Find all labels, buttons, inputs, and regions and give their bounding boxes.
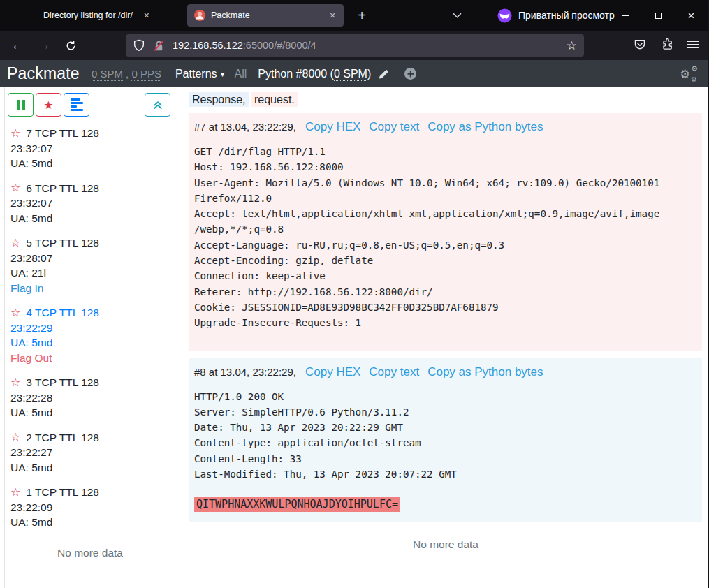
settings-button[interactable]: ⚙ ⚙ ⚙ [680, 66, 698, 82]
tab-packmate[interactable]: Packmate × [187, 4, 344, 27]
legend-response: Response, [189, 92, 249, 107]
stream-user-agent: UA: 5md [10, 156, 170, 171]
pocket-save-icon[interactable] [633, 38, 647, 52]
new-tab-button[interactable]: + [352, 6, 372, 25]
tracking-shield-icon[interactable] [133, 39, 145, 52]
stream-item-6[interactable]: ☆6 TCP TTL 128 23:32:07 UA: 5md [10, 181, 170, 226]
flag-in-link[interactable]: Flag In [10, 281, 170, 296]
packet-header: #8 at 13.04, 23:22:29, Copy HEX Copy tex… [194, 365, 696, 379]
pattern-spm: 0 SPM [334, 68, 367, 81]
legend-request: request. [251, 92, 298, 107]
private-browsing-badge: Приватный просмотр [497, 0, 615, 31]
maximize-icon [655, 13, 662, 19]
copy-text-link[interactable]: Copy text [369, 365, 419, 379]
stream-time: 23:22:09 [10, 500, 170, 515]
streams-sidebar: ★ ☆7 TCP TTL 128 23:32:07 UA: 5md ☆6 TCP… [0, 87, 177, 588]
stream-title: 2 TCP TTL 128 [26, 430, 99, 446]
favorite-star-icon[interactable]: ☆ [10, 432, 20, 443]
stream-title: 7 TCP TTL 128 [26, 126, 99, 141]
app-brand[interactable]: Packmate [7, 64, 80, 83]
all-streams-link[interactable]: All [235, 68, 247, 80]
favorite-star-icon[interactable]: ☆ [10, 487, 20, 498]
stream-item-7[interactable]: ☆7 TCP TTL 128 23:32:07 UA: 5md [10, 126, 170, 171]
legend: Response, request. [189, 94, 702, 106]
packmate-appbar: Packmate 0 SPM , 0 PPS Patterns ▾ All Py… [0, 60, 709, 87]
sidebar-toolbar: ★ [0, 87, 177, 117]
close-window-button[interactable]: × [675, 0, 708, 31]
back-button[interactable]: ← [7, 35, 28, 56]
caret-down-icon: ▾ [221, 69, 225, 79]
packet-view: Response, request. #7 at 13.04, 23:22:29… [177, 87, 709, 588]
active-pattern[interactable]: Python #8000 (0 SPM) [258, 68, 371, 80]
stream-title: 5 TCP TTL 128 [26, 235, 99, 251]
reload-icon [65, 40, 77, 52]
private-badge-label: Приватный просмотр [518, 10, 615, 21]
browser-titlebar: Directory listing for /dir/ × Packmate ×… [0, 0, 709, 31]
minimize-button[interactable] [609, 0, 642, 31]
stream-user-agent: UA: 5md [10, 211, 170, 226]
window-controls: × [609, 0, 708, 31]
copy-hex-link[interactable]: Copy HEX [305, 120, 360, 134]
stream-user-agent: UA: 5md [10, 335, 170, 351]
stream-item-2[interactable]: ☆2 TCP TTL 128 23:22:27 UA: 5md [10, 430, 170, 476]
packet-payload: HTTP/1.0 200 OK Server: SimpleHTTP/0.6 P… [194, 389, 696, 483]
favorite-star-icon[interactable]: ☆ [10, 237, 20, 249]
favorite-star-icon[interactable]: ☆ [10, 377, 20, 388]
menu-hamburger-icon[interactable] [687, 41, 699, 48]
reload-button[interactable] [60, 35, 81, 56]
add-pattern-button[interactable] [404, 68, 416, 80]
stream-item-1[interactable]: ☆1 TCP TTL 128 23:22:09 UA: 5md [10, 485, 170, 530]
list-all-tabs-icon[interactable] [453, 13, 462, 18]
stream-user-agent: UA: 5md [10, 405, 170, 420]
url-bar[interactable]: 192.168.56.122:65000/#/8000/4 ☆ [126, 34, 584, 57]
angles-up-icon [153, 100, 163, 110]
favorite-star-icon[interactable]: ☆ [10, 182, 20, 193]
url-path: :65000/#/8000/4 [243, 40, 316, 51]
traffic-stats: 0 SPM , 0 PPS [92, 68, 161, 80]
flag-match-line: QITWPHNAXXKWULPQNHOAJDYOIHPULFC= [194, 497, 696, 512]
stats-separator: , [123, 68, 132, 80]
pause-capture-button[interactable] [8, 93, 34, 117]
stream-time: 23:22:29 [10, 321, 170, 336]
list-view-button[interactable] [64, 93, 89, 117]
packet-actions: Copy HEX Copy text Copy as Python bytes [305, 120, 543, 134]
patterns-dropdown[interactable]: Patterns ▾ [175, 68, 225, 80]
gear-small-icon: ⚙ [691, 75, 697, 83]
favorites-filter-button[interactable]: ★ [36, 93, 61, 117]
copy-text-link[interactable]: Copy text [369, 120, 419, 134]
star-icon: ★ [43, 98, 53, 112]
tab-close-icon[interactable]: × [140, 8, 154, 22]
tab-directory-listing[interactable]: Directory listing for /dir/ × [8, 4, 183, 27]
copy-python-bytes-link[interactable]: Copy as Python bytes [427, 120, 543, 134]
favorite-star-icon[interactable]: ☆ [10, 128, 20, 139]
favorite-star-icon[interactable]: ☆ [10, 307, 20, 318]
tab-close-icon[interactable]: × [326, 8, 339, 22]
bookmark-star-icon[interactable]: ☆ [567, 38, 577, 53]
spm-stat: 0 SPM [92, 68, 123, 81]
flag-out-link[interactable]: Flag Out [10, 351, 170, 366]
copy-python-bytes-link[interactable]: Copy as Python bytes [427, 365, 543, 379]
stream-time: 23:32:07 [10, 196, 170, 211]
insecure-lock-icon[interactable] [152, 39, 166, 52]
scroll-top-button[interactable] [145, 93, 170, 117]
minimize-icon [622, 15, 629, 15]
forward-button[interactable]: → [34, 35, 54, 56]
stream-item-5[interactable]: ☆5 TCP TTL 128 23:28:07 UA: 21l Flag In [10, 235, 170, 295]
tab-title: Directory listing for /dir/ [43, 10, 133, 20]
stream-item-3[interactable]: ☆3 TCP TTL 128 23:22:28 UA: 5md [10, 375, 170, 420]
packet-meta: #7 at 13.04, 23:22:29, [194, 121, 296, 133]
gear-small-icon: ⚙ [691, 64, 698, 73]
pattern-close-paren: ) [367, 68, 371, 80]
tab-title: Packmate [211, 10, 319, 20]
extensions-puzzle-icon[interactable] [661, 38, 674, 51]
content-area: ★ ☆7 TCP TTL 128 23:32:07 UA: 5md ☆6 TCP… [0, 87, 709, 588]
private-mask-icon [497, 8, 512, 23]
edit-pattern-button[interactable] [378, 68, 389, 80]
packet-card-8: #8 at 13.04, 23:22:29, Copy HEX Copy tex… [189, 358, 702, 522]
pps-stat: 0 PPS [131, 68, 161, 81]
copy-hex-link[interactable]: Copy HEX [305, 365, 360, 379]
stream-time: 23:28:07 [10, 251, 170, 266]
maximize-button[interactable] [642, 0, 675, 31]
stream-item-4-selected[interactable]: ☆4 TCP TTL 128 23:22:29 UA: 5md Flag Out [10, 305, 170, 365]
stream-user-agent: UA: 21l [10, 265, 170, 281]
